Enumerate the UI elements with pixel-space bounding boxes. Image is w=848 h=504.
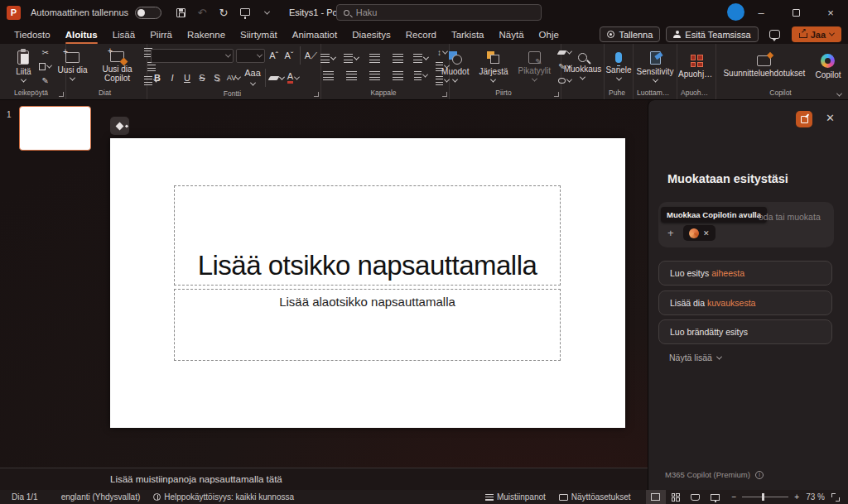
- slide-canvas[interactable]: Lisää otsikko napsauttamalla Lisää alaot…: [110, 138, 625, 428]
- addins-button[interactable]: Apuohjelmat: [675, 53, 718, 80]
- fit-slide-to-window-button[interactable]: [831, 493, 840, 502]
- maximize-button[interactable]: [778, 0, 813, 25]
- normal-view-button[interactable]: [646, 490, 666, 504]
- tab-tarkista[interactable]: Tarkista: [444, 26, 492, 43]
- display-settings-button[interactable]: Näyttöasetukset: [552, 492, 638, 502]
- copilot-prompt-input[interactable]: Muokkaa Copilotin avulla oda tai muokata…: [658, 202, 834, 247]
- decrease-indent-button[interactable]: [367, 52, 382, 64]
- designer-button[interactable]: Suunnitteluehdotukset: [720, 54, 808, 79]
- remove-icon[interactable]: ✕: [703, 229, 710, 238]
- tab-piirra[interactable]: Piirrä: [142, 26, 180, 43]
- clear-formatting-button[interactable]: A⟋: [305, 50, 317, 61]
- sensitivity-button[interactable]: Sensitivity: [634, 50, 677, 84]
- tab-rakenne[interactable]: Rakenne: [180, 26, 233, 43]
- info-icon[interactable]: i: [755, 471, 764, 479]
- suggestion-add-slide[interactable]: Lisää diakuvauksesta: [658, 290, 832, 315]
- new-slide-copilot-button[interactable]: Uusi dia Copilot: [94, 50, 141, 84]
- show-more-button[interactable]: Näytä lisää: [669, 353, 721, 362]
- tallenna-button[interactable]: Tallenna: [600, 26, 660, 42]
- tab-siirtymat[interactable]: Siirtymät: [233, 26, 285, 43]
- start-slideshow-button[interactable]: [234, 3, 256, 22]
- new-slide-button[interactable]: Uusi dia: [54, 50, 90, 83]
- undo-button[interactable]: ↶: [191, 3, 213, 22]
- numbering-button[interactable]: [344, 52, 359, 64]
- columns-button[interactable]: [413, 70, 428, 81]
- zoom-level[interactable]: 73 %: [799, 492, 831, 502]
- dictate-button[interactable]: Sanele: [602, 50, 634, 83]
- search-box[interactable]: [336, 4, 542, 21]
- tab-nayta[interactable]: Näytä: [492, 26, 532, 43]
- change-case-button[interactable]: Aaa: [243, 68, 262, 88]
- slideshow-view-button[interactable]: [706, 490, 725, 504]
- format-painter-button[interactable]: ✎: [38, 75, 53, 87]
- minimize-button[interactable]: –: [744, 0, 778, 25]
- italic-button[interactable]: I: [166, 73, 179, 83]
- drawing-dialog-launcher[interactable]: [554, 92, 559, 97]
- increase-indent-button[interactable]: [390, 52, 405, 64]
- language-indicator[interactable]: englanti (Yhdysvallat): [55, 492, 147, 502]
- notes-toggle-button[interactable]: Muistiinpanot: [479, 492, 552, 502]
- grow-font-button[interactable]: Aˆ: [267, 50, 280, 60]
- present-in-teams-button[interactable]: Esitä Teamsissa: [666, 26, 758, 42]
- quick-access-menu-button[interactable]: [256, 3, 277, 22]
- font-dialog-launcher[interactable]: [314, 92, 319, 97]
- tab-aloitus[interactable]: Aloitus: [58, 26, 105, 43]
- cut-button[interactable]: ✂: [38, 47, 53, 59]
- powerpoint-logo-icon[interactable]: P: [7, 6, 21, 20]
- accessibility-status[interactable]: Helppokäyttöisyys: kaikki kunnossa: [147, 492, 301, 502]
- redo-button[interactable]: ↻: [213, 3, 234, 22]
- justify-button[interactable]: [390, 70, 405, 81]
- quick-styles-button[interactable]: Pikatyylit: [514, 50, 553, 84]
- character-spacing-button[interactable]: AV: [225, 74, 242, 82]
- tab-tiedosto[interactable]: Tiedosto: [7, 26, 58, 43]
- highlight-color-button[interactable]: [269, 72, 284, 84]
- align-left-button[interactable]: [320, 70, 335, 81]
- search-input[interactable]: [356, 7, 534, 17]
- copy-button[interactable]: [38, 61, 53, 73]
- strikethrough-button[interactable]: S: [195, 73, 209, 83]
- tab-diaesitys[interactable]: Diaesitys: [344, 26, 398, 43]
- zoom-out-button[interactable]: −: [732, 492, 737, 502]
- paragraph-dialog-launcher[interactable]: [442, 92, 447, 97]
- reading-view-button[interactable]: [686, 490, 706, 504]
- paste-button[interactable]: Liitä: [12, 49, 34, 84]
- copilot-mode-pill[interactable]: ✕: [683, 225, 716, 241]
- save-button[interactable]: [170, 3, 191, 22]
- shrink-font-button[interactable]: Aˇ: [282, 50, 295, 60]
- text-shadow-button[interactable]: S: [210, 73, 224, 83]
- tab-animaatiot[interactable]: Animaatiot: [285, 26, 344, 43]
- arrange-button[interactable]: Järjestä: [475, 50, 511, 84]
- bold-button[interactable]: B: [151, 73, 164, 83]
- zoom-slider-knob[interactable]: [762, 493, 764, 501]
- title-placeholder[interactable]: Lisää otsikko napsauttamalla: [174, 185, 561, 286]
- suggestion-create-presentation[interactable]: Luo esitysaiheesta: [658, 261, 832, 286]
- align-center-button[interactable]: [344, 70, 359, 81]
- copilot-panel-close-button[interactable]: ✕: [826, 112, 835, 124]
- font-color-button[interactable]: A: [286, 72, 301, 84]
- tab-lisaa[interactable]: Lisää: [105, 26, 143, 43]
- copilot-quick-action-button[interactable]: [110, 117, 129, 135]
- tab-record[interactable]: Record: [398, 26, 444, 43]
- suggestion-branded-presentation[interactable]: Luo brändätty esitys: [658, 319, 832, 344]
- font-size-combo[interactable]: [236, 49, 265, 63]
- slide-indicator[interactable]: Dia 1/1: [5, 492, 45, 502]
- notes-pane[interactable]: Lisää muistiinpanoja napsauttamalla tätä: [0, 468, 648, 490]
- slide-sorter-view-button[interactable]: [666, 490, 686, 504]
- shapes-button[interactable]: Muodot: [438, 50, 472, 84]
- zoom-slider[interactable]: [742, 497, 788, 497]
- clipboard-dialog-launcher[interactable]: [59, 92, 64, 97]
- bullets-button[interactable]: [320, 52, 335, 64]
- copilot-edit-button[interactable]: [796, 111, 812, 127]
- underline-button[interactable]: U: [181, 73, 194, 83]
- copilot-button[interactable]: Copilot: [812, 52, 844, 81]
- add-attachment-button[interactable]: +: [667, 227, 674, 239]
- line-spacing-button[interactable]: [413, 52, 428, 64]
- user-avatar[interactable]: [727, 3, 744, 21]
- subtitle-placeholder[interactable]: Lisää alaotsikko napsauttamalla: [174, 289, 561, 361]
- autosave-toggle[interactable]: [135, 7, 161, 19]
- share-button[interactable]: Jaa: [792, 26, 841, 42]
- tab-ohje[interactable]: Ohje: [532, 26, 566, 43]
- align-right-button[interactable]: [367, 70, 382, 81]
- comments-button[interactable]: [764, 26, 786, 44]
- slide-thumbnail[interactable]: [19, 106, 91, 151]
